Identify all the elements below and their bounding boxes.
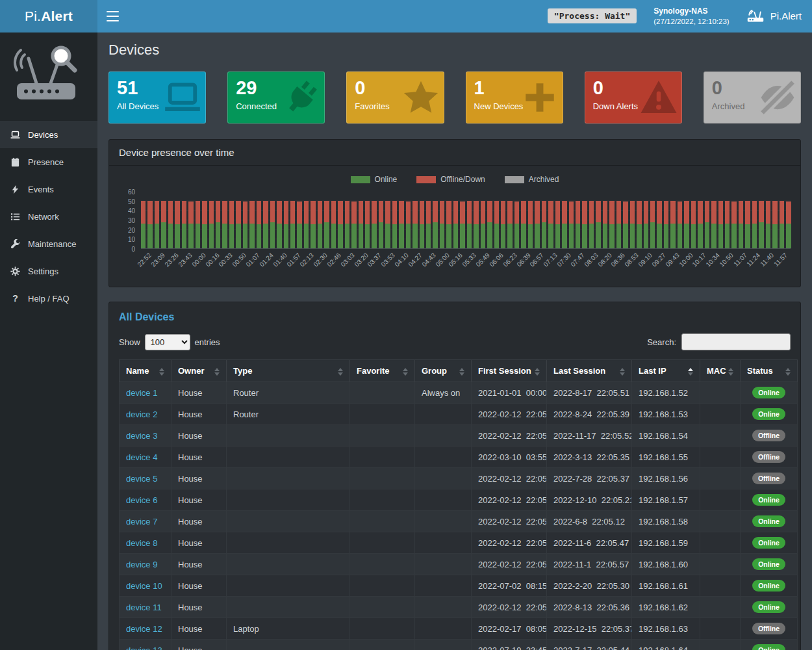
cell-type: Router	[227, 404, 350, 425]
column-header-type[interactable]: Type	[227, 360, 350, 382]
offline-segment	[297, 202, 301, 224]
sidebar: DevicesPresenceEventsNetworkMaintenanceS…	[0, 32, 97, 650]
sidebar-item-presence[interactable]: Presence	[0, 148, 97, 176]
summary-card-archived[interactable]: 0Archived	[704, 72, 801, 124]
chart-bar	[644, 201, 648, 248]
legend-online[interactable]: Online	[351, 175, 398, 184]
device-link[interactable]: device 9	[126, 560, 157, 569]
device-link[interactable]: device 11	[126, 603, 162, 612]
summary-card-all-devices[interactable]: 51All Devices	[108, 72, 206, 124]
cell-group	[415, 425, 472, 447]
column-header-mac[interactable]: MAC	[700, 360, 741, 382]
legend-swatch	[505, 176, 524, 183]
offline-segment	[257, 201, 261, 225]
chart-bar	[440, 201, 444, 248]
chart-bar	[501, 201, 505, 248]
device-link[interactable]: device 6	[126, 495, 157, 505]
search-input[interactable]	[681, 333, 791, 350]
chart-bar	[630, 201, 635, 248]
legend-offline-down[interactable]: Offline/Down	[416, 175, 485, 184]
chart-bar	[623, 202, 628, 248]
offline-segment	[365, 201, 370, 225]
online-segment	[304, 224, 309, 248]
summary-card-down-alerts[interactable]: 0Down Alerts	[585, 72, 682, 124]
online-segment	[236, 224, 240, 248]
y-tick-label: 0	[131, 246, 135, 253]
online-segment	[460, 224, 464, 248]
chart-bar	[420, 201, 424, 248]
device-link[interactable]: device 1	[126, 388, 157, 398]
offline-segment	[426, 201, 431, 224]
column-header-favorite[interactable]: Favorite	[350, 360, 415, 382]
entries-select[interactable]: 100	[145, 334, 190, 350]
status-badge: Online	[752, 644, 785, 650]
sidebar-item-maintenance[interactable]: Maintenance	[0, 230, 97, 257]
offline-segment	[644, 201, 648, 224]
summary-card-new-devices[interactable]: 1New Devices	[466, 72, 563, 124]
device-link[interactable]: device 3	[126, 431, 157, 441]
chart-bar	[569, 202, 574, 248]
chart-bar	[290, 201, 295, 248]
column-header-group[interactable]: Group	[415, 360, 472, 382]
chart-bar	[616, 201, 621, 248]
offline-segment	[589, 201, 594, 224]
summary-card-connected[interactable]: 29Connected	[227, 72, 325, 124]
column-header-last-ip[interactable]: Last IP	[632, 360, 700, 382]
device-link[interactable]: device 5	[126, 474, 157, 484]
device-link[interactable]: device 10	[126, 581, 162, 591]
online-segment	[569, 224, 574, 248]
status-badge: Offline	[752, 451, 785, 463]
cell-first_session: 2022-07-19 23:45	[472, 640, 547, 650]
cell-mac	[700, 511, 741, 532]
column-header-owner[interactable]: Owner	[171, 360, 227, 382]
offline-segment	[406, 202, 411, 224]
online-segment	[222, 224, 227, 248]
sidebar-item-network[interactable]: Network	[0, 203, 97, 230]
sidebar-item-help-faq[interactable]: ?Help / FAQ	[0, 285, 97, 312]
offline-segment	[772, 201, 777, 225]
online-segment	[446, 224, 451, 248]
sidebar-item-settings[interactable]: Settings	[0, 257, 97, 285]
column-header-first-session[interactable]: First Session	[472, 360, 547, 382]
offline-segment	[481, 201, 485, 224]
chart-bar	[351, 202, 356, 248]
cell-type: Router	[227, 382, 350, 404]
legend-archived[interactable]: Archived	[505, 175, 559, 184]
search-label: Search:	[647, 337, 676, 347]
plug-icon	[283, 79, 320, 116]
device-link[interactable]: device 8	[126, 538, 157, 548]
chart-bar	[385, 201, 390, 248]
offline-segment	[161, 201, 166, 223]
sidebar-item-events[interactable]: Events	[0, 176, 97, 203]
online-segment	[351, 224, 356, 248]
online-segment	[772, 224, 777, 248]
cell-status: Online	[741, 640, 798, 650]
device-link[interactable]: device 4	[126, 452, 157, 462]
chart-bar	[535, 201, 539, 248]
chart-bar	[460, 202, 464, 248]
offline-segment	[535, 201, 539, 224]
column-header-last-session[interactable]: Last Session	[547, 360, 632, 382]
device-link[interactable]: device 2	[126, 410, 157, 419]
cell-type: Laptop	[227, 618, 350, 640]
online-segment	[739, 224, 743, 248]
cell-status: Online	[741, 404, 798, 425]
cell-favorite	[350, 554, 415, 575]
offline-segment	[188, 202, 193, 224]
column-header-status[interactable]: Status	[741, 360, 798, 382]
device-link[interactable]: device 13	[126, 645, 162, 650]
device-link[interactable]: device 12	[126, 624, 162, 634]
hamburger-icon[interactable]	[97, 0, 127, 32]
cell-status: Online	[741, 554, 798, 575]
chart-x-axis: 22:5223:0923:2623:4300:0000:1600:3300:50…	[141, 249, 791, 280]
device-link[interactable]: device 7	[126, 517, 157, 526]
sidebar-item-devices[interactable]: Devices	[0, 121, 97, 148]
summary-card-favorites[interactable]: 0Favorites	[346, 72, 444, 124]
offline-segment	[216, 201, 220, 223]
column-header-name[interactable]: Name	[120, 360, 171, 382]
cell-last_session: 2022-7-17 22:05.44	[547, 640, 632, 650]
cell-last_ip: 192.168.1.55	[632, 447, 700, 468]
offline-segment	[263, 201, 268, 224]
online-segment	[399, 224, 403, 248]
offline-segment	[576, 201, 580, 224]
